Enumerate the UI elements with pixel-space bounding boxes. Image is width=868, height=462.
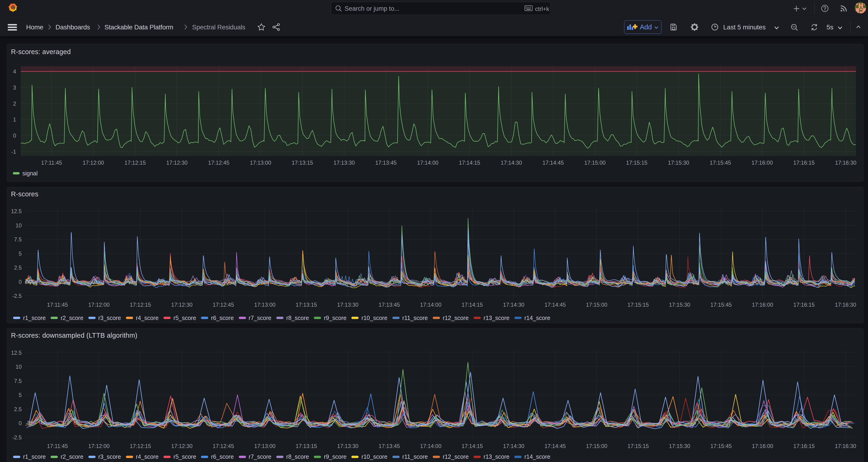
svg-text:17:13:30: 17:13:30 — [337, 443, 358, 449]
svg-text:0: 0 — [19, 279, 22, 285]
svg-text:17:16:00: 17:16:00 — [752, 443, 773, 449]
svg-text:2: 2 — [13, 101, 16, 107]
svg-text:12.5: 12.5 — [11, 350, 22, 356]
svg-text:0: 0 — [13, 133, 16, 139]
svg-text:7.5: 7.5 — [14, 378, 22, 384]
svg-text:17:13:30: 17:13:30 — [333, 160, 354, 166]
svg-text:12.5: 12.5 — [11, 208, 22, 214]
svg-text:17:13:00: 17:13:00 — [250, 160, 271, 166]
svg-text:17:14:15: 17:14:15 — [459, 160, 480, 166]
svg-text:17:14:15: 17:14:15 — [462, 443, 483, 449]
svg-text:7.5: 7.5 — [14, 237, 22, 243]
svg-text:5: 5 — [19, 392, 22, 398]
svg-text:17:14:00: 17:14:00 — [417, 160, 438, 166]
svg-text:17:13:00: 17:13:00 — [254, 302, 275, 308]
svg-text:17:12:45: 17:12:45 — [208, 160, 229, 166]
svg-text:17:16:15: 17:16:15 — [794, 443, 815, 449]
svg-text:17:16:15: 17:16:15 — [794, 160, 815, 166]
svg-text:17:15:45: 17:15:45 — [710, 302, 732, 308]
svg-text:17:14:45: 17:14:45 — [545, 302, 566, 308]
svg-text:5: 5 — [19, 250, 22, 256]
svg-text:-1: -1 — [11, 149, 16, 155]
svg-text:17:11:45: 17:11:45 — [47, 443, 68, 449]
svg-text:17:15:00: 17:15:00 — [586, 443, 607, 449]
svg-text:17:14:45: 17:14:45 — [545, 443, 566, 449]
svg-text:17:13:15: 17:13:15 — [292, 160, 313, 166]
svg-text:17:13:45: 17:13:45 — [379, 443, 400, 449]
svg-text:10: 10 — [16, 364, 22, 370]
svg-text:17:16:00: 17:16:00 — [752, 302, 773, 308]
svg-text:17:15:15: 17:15:15 — [626, 160, 647, 166]
svg-text:17:16:15: 17:16:15 — [794, 302, 815, 308]
svg-text:17:13:15: 17:13:15 — [296, 443, 317, 449]
svg-text:17:12:00: 17:12:00 — [88, 443, 110, 449]
svg-text:17:13:30: 17:13:30 — [337, 302, 358, 308]
svg-text:17:12:00: 17:12:00 — [88, 302, 110, 308]
svg-text:17:13:15: 17:13:15 — [296, 302, 317, 308]
svg-text:17:14:00: 17:14:00 — [420, 302, 441, 308]
svg-text:17:15:30: 17:15:30 — [668, 160, 689, 166]
svg-text:2.5: 2.5 — [14, 406, 22, 412]
svg-text:17:13:45: 17:13:45 — [379, 302, 400, 308]
svg-text:17:15:00: 17:15:00 — [586, 302, 607, 308]
svg-text:17:11:45: 17:11:45 — [47, 302, 68, 308]
svg-text:0: 0 — [19, 420, 22, 426]
svg-text:17:14:15: 17:14:15 — [462, 302, 483, 308]
svg-text:1: 1 — [13, 117, 16, 123]
svg-text:17:16:00: 17:16:00 — [751, 160, 773, 166]
svg-text:2.5: 2.5 — [14, 265, 22, 271]
svg-text:17:13:45: 17:13:45 — [375, 160, 397, 166]
svg-text:17:13:00: 17:13:00 — [254, 443, 275, 449]
svg-text:3: 3 — [13, 85, 16, 91]
svg-text:17:15:15: 17:15:15 — [627, 443, 649, 449]
svg-text:17:12:15: 17:12:15 — [130, 302, 151, 308]
svg-text:17:12:45: 17:12:45 — [213, 443, 234, 449]
svg-text:17:15:00: 17:15:00 — [584, 160, 606, 166]
svg-text:17:11:45: 17:11:45 — [41, 160, 62, 166]
svg-text:17:12:30: 17:12:30 — [166, 160, 187, 166]
svg-text:17:15:45: 17:15:45 — [710, 443, 732, 449]
svg-text:17:15:45: 17:15:45 — [710, 160, 731, 166]
svg-text:17:12:30: 17:12:30 — [171, 443, 192, 449]
svg-text:17:14:30: 17:14:30 — [501, 160, 522, 166]
svg-text:17:12:00: 17:12:00 — [83, 160, 104, 166]
svg-text:17:14:00: 17:14:00 — [420, 443, 441, 449]
svg-text:17:12:45: 17:12:45 — [213, 302, 234, 308]
svg-text:17:14:45: 17:14:45 — [542, 160, 564, 166]
svg-text:17:16:30: 17:16:30 — [835, 302, 856, 308]
svg-text:17:12:15: 17:12:15 — [124, 160, 146, 166]
svg-text:17:16:30: 17:16:30 — [835, 443, 856, 449]
svg-text:10: 10 — [16, 222, 22, 228]
svg-text:-2.5: -2.5 — [12, 293, 22, 299]
svg-text:17:14:30: 17:14:30 — [503, 302, 524, 308]
svg-text:17:15:30: 17:15:30 — [669, 302, 690, 308]
svg-text:4: 4 — [13, 68, 16, 74]
svg-text:17:12:30: 17:12:30 — [171, 302, 192, 308]
svg-text:17:14:30: 17:14:30 — [503, 443, 524, 449]
svg-text:17:15:30: 17:15:30 — [669, 443, 690, 449]
svg-text:-2.5: -2.5 — [12, 434, 22, 440]
svg-text:17:15:15: 17:15:15 — [627, 302, 649, 308]
svg-text:17:16:30: 17:16:30 — [835, 160, 856, 166]
svg-text:17:12:15: 17:12:15 — [130, 443, 151, 449]
